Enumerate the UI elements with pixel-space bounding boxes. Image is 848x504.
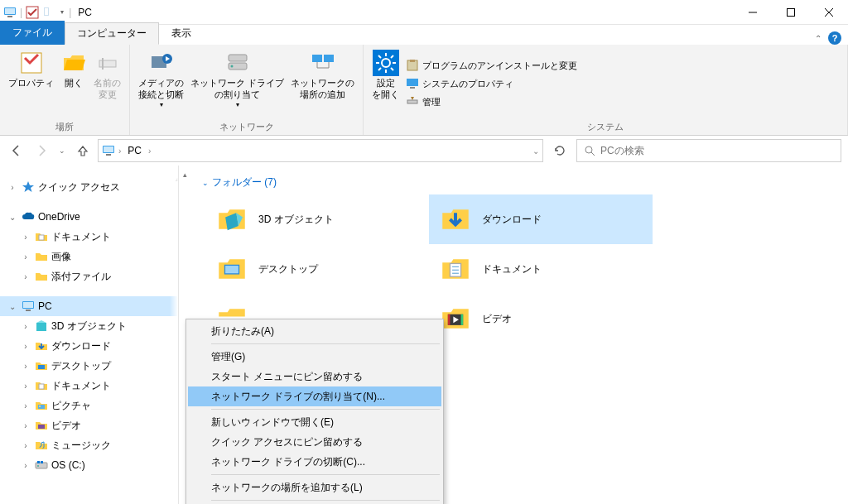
context-menu-item[interactable]: クイック アクセスにピン留めする (188, 432, 441, 452)
qat-dropdown-icon[interactable]: ▾ (59, 8, 65, 16)
context-menu-item[interactable]: ネットワーク ドライブの切断(C)... (188, 452, 441, 472)
chevron-right-icon[interactable]: › (148, 146, 151, 156)
add-network-location-button[interactable]: ネットワークの 場所の追加 (287, 48, 358, 119)
sidebar-item[interactable]: ›OS (C:) (0, 455, 178, 475)
scrollbar-up-icon[interactable]: ▴ (171, 172, 179, 185)
chevron-right-icon[interactable]: › (20, 421, 31, 430)
collapse-ribbon-icon[interactable]: ⌃ (815, 34, 822, 43)
tab-file[interactable]: ファイル (0, 21, 65, 45)
qat-drop-icon[interactable] (42, 6, 55, 19)
chevron-down-icon[interactable]: ⌄ (7, 302, 18, 311)
address-bar[interactable]: › PC › ⌄ (98, 139, 543, 162)
sidebar-item[interactable]: ›ダウンロード (0, 336, 178, 356)
sidebar-item[interactable]: ›添付ファイル (0, 266, 178, 286)
chevron-right-icon[interactable]: › (20, 342, 31, 351)
open-button[interactable]: 開く (57, 48, 90, 119)
sidebar-item[interactable]: ›デスクトップ (0, 356, 178, 376)
manage-button[interactable]: 管理 (402, 94, 581, 109)
sidebar-item[interactable]: ›ビデオ (0, 415, 178, 435)
chevron-right-icon[interactable]: › (20, 401, 31, 410)
sidebar-item[interactable]: ›ミュージック (0, 435, 178, 455)
minimize-button[interactable] (734, 0, 772, 25)
svg-rect-49 (39, 384, 44, 389)
folder-icon (35, 250, 48, 263)
chevron-right-icon[interactable]: › (20, 441, 31, 450)
pc-icon (102, 144, 115, 157)
onedrive-icon (22, 210, 35, 223)
context-menu-item[interactable]: ネットワーク ドライブの割り当て(N)... (188, 386, 441, 406)
up-button[interactable] (73, 141, 93, 161)
menu-separator (211, 474, 440, 475)
context-menu-item[interactable]: ネットワークの場所を追加する(L) (188, 478, 441, 497)
pc-icon (22, 300, 35, 313)
context-menu-item[interactable]: 折りたたみ(A) (188, 321, 441, 341)
chevron-right-icon[interactable]: › (20, 382, 31, 391)
chevron-right-icon[interactable]: › (20, 233, 31, 242)
svg-rect-64 (448, 314, 450, 325)
chevron-right-icon[interactable]: › (7, 183, 18, 192)
system-properties-button[interactable]: システムのプロパティ (402, 76, 581, 91)
tab-view[interactable]: 表示 (159, 22, 204, 45)
group-header-folders[interactable]: ⌄ フォルダー (7) (186, 175, 841, 190)
svg-rect-2 (7, 16, 12, 17)
navigation-bar: ⌄ › PC › ⌄ PCの検索 (0, 136, 848, 166)
ribbon-group-network: メディアの 接続と切断▾ ネットワーク ドライブ の割り当て▾ ネットワークの … (130, 45, 364, 135)
chevron-right-icon[interactable]: › (20, 362, 31, 371)
sidebar-item[interactable]: ›画像 (0, 247, 178, 266)
context-menu-item[interactable]: 管理(G) (188, 347, 441, 367)
sidebar-item-pc[interactable]: ⌄ PC (0, 296, 178, 316)
sidebar-item[interactable]: ›ドキュメント (0, 227, 178, 247)
chevron-right-icon[interactable]: › (20, 272, 31, 281)
breadcrumb-pc[interactable]: PC (124, 145, 145, 156)
folder-tile[interactable]: デスクトップ (205, 244, 429, 294)
chevron-right-icon[interactable]: › (20, 461, 31, 470)
svg-rect-39 (104, 146, 113, 152)
sidebar-item[interactable]: ›ピクチャ (0, 396, 178, 415)
help-icon[interactable]: ? (828, 31, 841, 45)
sidebar-item[interactable]: ›3D オブジェクト (0, 316, 178, 336)
chevron-down-icon[interactable]: ⌄ (7, 213, 18, 222)
context-menu-item[interactable]: スタート メニューにピン留めする (188, 367, 441, 386)
address-dropdown-icon[interactable]: ⌄ (532, 146, 539, 156)
search-box[interactable]: PCの検索 (576, 139, 841, 162)
sidebar-item-onedrive[interactable]: ⌄ OneDrive (0, 207, 178, 227)
checkbox-icon[interactable] (26, 6, 39, 19)
sidebar-item-quick-access[interactable]: › クイック アクセス (0, 177, 178, 197)
scrollbar-up-icon[interactable]: ▴ (179, 170, 190, 179)
svg-rect-37 (407, 100, 417, 103)
folder-tile[interactable]: 3D オブジェクト (205, 194, 429, 244)
pc-icon (3, 6, 17, 19)
forward-button (31, 141, 51, 161)
chevron-right-icon[interactable]: › (20, 322, 31, 331)
chevron-right-icon[interactable]: › (118, 146, 121, 156)
folder-icon (35, 379, 48, 392)
open-settings-button[interactable]: 設定 を開く (369, 48, 402, 119)
back-button[interactable] (7, 141, 26, 161)
uninstall-programs-button[interactable]: プログラムのアンインストールと変更 (402, 58, 581, 73)
svg-rect-5 (45, 8, 48, 15)
refresh-button[interactable] (548, 139, 571, 162)
map-network-drive-button[interactable]: ネットワーク ドライブ の割り当て▾ (187, 48, 287, 119)
folder-tile[interactable]: ダウンロード (429, 194, 653, 244)
svg-rect-1 (5, 8, 15, 14)
close-button[interactable] (810, 0, 848, 25)
chevron-right-icon[interactable]: › (20, 252, 31, 262)
ribbon-group-label: 場所 (5, 119, 124, 135)
sidebar-item[interactable]: ›ドキュメント (0, 376, 178, 396)
tab-computer[interactable]: コンピューター (65, 22, 159, 45)
uninstall-icon (406, 59, 419, 72)
star-icon (22, 180, 35, 194)
ribbon-group-label: ネットワーク (135, 119, 358, 135)
ribbon: プロパティ 開く 名前の 変更 場所 メディアの 接続と切断▾ ネットワーク ド… (0, 45, 848, 136)
svg-rect-58 (225, 266, 238, 273)
recent-locations-button[interactable]: ⌄ (56, 141, 68, 161)
folder-tile[interactable]: ビデオ (429, 294, 653, 343)
maximize-button[interactable] (772, 0, 810, 25)
context-menu-item[interactable]: 新しいウィンドウで開く(E) (188, 412, 441, 432)
menu-separator (211, 500, 440, 501)
svg-point-41 (585, 146, 592, 153)
media-button[interactable]: メディアの 接続と切断▾ (135, 48, 187, 119)
folder-tile[interactable]: ドキュメント (429, 244, 653, 294)
properties-button[interactable]: プロパティ (5, 48, 57, 119)
window-title: PC (78, 7, 92, 18)
